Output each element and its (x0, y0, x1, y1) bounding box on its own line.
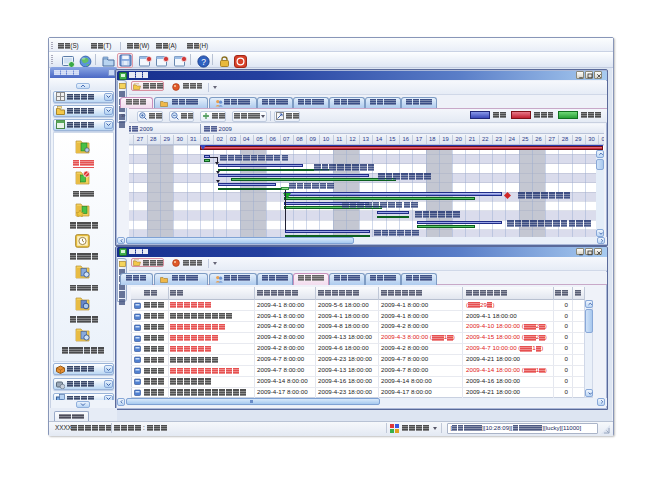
svg-text:?: ? (201, 56, 206, 66)
